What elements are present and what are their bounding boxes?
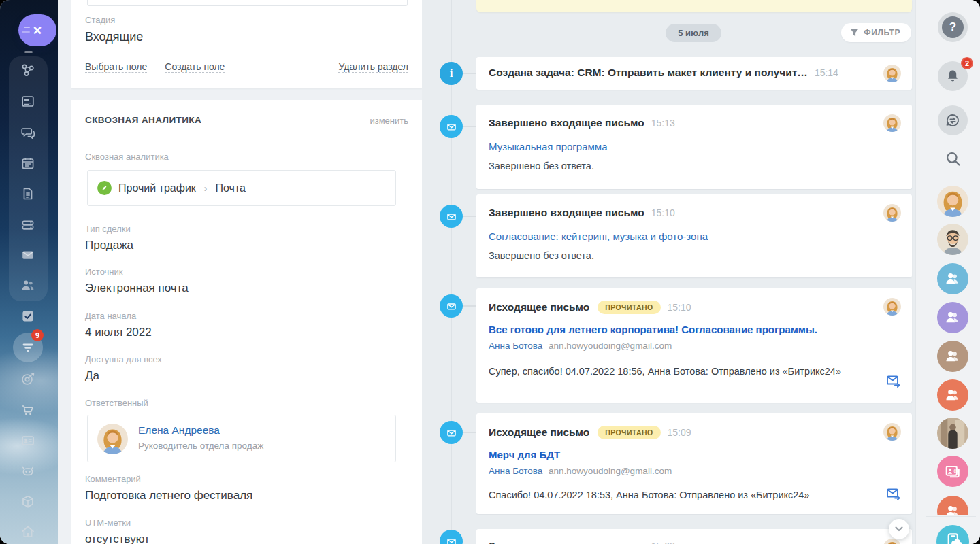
entry-author-avatar bbox=[883, 298, 901, 316]
menu-handle[interactable] bbox=[24, 51, 33, 53]
mail-event-icon bbox=[440, 205, 463, 228]
delete-section-link[interactable]: Удалить раздел bbox=[338, 61, 408, 73]
sidebar-item-documents[interactable] bbox=[20, 186, 36, 202]
sidebar-item-tasks[interactable] bbox=[20, 308, 36, 324]
reply-mail-icon[interactable] bbox=[885, 486, 902, 502]
deal-type-value[interactable]: Продажа bbox=[85, 239, 133, 252]
chat-group-orange[interactable] bbox=[937, 379, 968, 411]
select-field-link[interactable]: Выбрать поле bbox=[85, 61, 147, 73]
sidebar-item-company[interactable] bbox=[20, 524, 36, 540]
chat-icon bbox=[20, 124, 36, 141]
avatar-woman bbox=[883, 65, 901, 82]
mobile-app-button[interactable] bbox=[936, 525, 969, 544]
people-icon bbox=[20, 277, 36, 293]
contact-center-button[interactable] bbox=[937, 456, 968, 487]
mail-subject-link[interactable]: Согласование: кейтеринг, музыка и фото-з… bbox=[489, 231, 900, 242]
help-button[interactable]: ? bbox=[938, 12, 968, 42]
sidebar-item-employees[interactable] bbox=[20, 277, 36, 293]
sidebar-item-feed[interactable] bbox=[20, 62, 36, 78]
responsible-name-link[interactable]: Елена Андреева bbox=[138, 424, 220, 437]
start-date-value[interactable]: 4 июля 2022 bbox=[85, 326, 152, 339]
mail-subject-link[interactable]: Все готово для летнего корпоратива! Согл… bbox=[489, 324, 900, 335]
messenger-icon bbox=[945, 112, 961, 129]
entry-title[interactable]: Создана задача: CRM: Отправить макет кли… bbox=[489, 67, 808, 79]
available-label: Доступна для всех bbox=[85, 354, 162, 364]
edit-section-link[interactable]: изменить bbox=[370, 116, 408, 126]
search-button[interactable] bbox=[944, 150, 962, 168]
timeline-entry-mail-out[interactable]: Исходящее письмо ПРОЧИТАНО 15:10 Все гот… bbox=[476, 288, 912, 403]
sidebar-item-messenger[interactable] bbox=[20, 124, 36, 141]
entry-author-avatar bbox=[883, 423, 901, 441]
deal-details-panel: Стадия Входящие Выбрать поле Создать пол… bbox=[58, 0, 422, 544]
traffic-source-box[interactable]: Прочий трафик › Почта bbox=[87, 170, 396, 206]
mail-note: Завершено без ответа. bbox=[489, 160, 900, 171]
create-field-link[interactable]: Создать поле bbox=[165, 61, 225, 73]
filter-button[interactable]: ФИЛЬТР bbox=[841, 23, 911, 42]
envelope-forward-icon bbox=[885, 486, 902, 502]
search-icon bbox=[944, 150, 962, 168]
available-value[interactable]: Да bbox=[85, 369, 99, 383]
timeline-entry-partial[interactable]: Завершено входящее письмо 15:08 bbox=[476, 529, 912, 544]
funnel-icon bbox=[850, 29, 859, 37]
chat-group-blue[interactable] bbox=[937, 263, 968, 294]
read-status-badge: ПРОЧИТАНО bbox=[598, 426, 660, 439]
entry-title: Исходящее письмо bbox=[489, 426, 589, 439]
utm-value[interactable]: отсутствуют bbox=[85, 532, 150, 544]
traffic-source-icon bbox=[97, 181, 112, 195]
sidebar-item-apps[interactable] bbox=[20, 494, 36, 510]
divider bbox=[926, 141, 976, 141]
drive-icon bbox=[20, 217, 36, 233]
sidebar-item-news[interactable] bbox=[20, 93, 36, 109]
sender-name-link[interactable]: Анна Ботова bbox=[489, 341, 542, 351]
entry-title: Завершено входящее письмо bbox=[489, 540, 644, 544]
user-avatar-1[interactable] bbox=[937, 186, 968, 217]
responsible-card[interactable]: Елена Андреева Руководитель отдела прода… bbox=[87, 415, 396, 462]
messenger-button[interactable] bbox=[938, 105, 968, 135]
timeline-entry-mail-out[interactable]: Исходящее письмо ПРОЧИТАНО 15:09 Мерч дл… bbox=[476, 413, 912, 514]
mail-body-preview[interactable]: Супер, спасибо! 04.07.2022 18:56, Анна Б… bbox=[489, 362, 900, 380]
entry-title: Завершено входящее письмо bbox=[489, 207, 644, 219]
timeline-entry-task[interactable]: Создана задача: CRM: Отправить макет кли… bbox=[476, 57, 912, 90]
timeline-feed: 5 июля ФИЛЬТР i Создана задача: CRM: Отп… bbox=[422, 0, 915, 544]
question-icon: ? bbox=[942, 16, 964, 38]
mail-subject-link[interactable]: Мерч для БДТ bbox=[489, 449, 900, 460]
timeline-entry-mail-in[interactable]: Завершено входящее письмо 15:10 Согласов… bbox=[476, 194, 912, 277]
close-icon: × bbox=[33, 22, 42, 39]
timeline-entry-mail-in[interactable]: Завершено входящее письмо 15:13 Музыкаль… bbox=[476, 105, 912, 189]
reply-mail-icon[interactable] bbox=[885, 373, 902, 389]
field-input-partial[interactable] bbox=[87, 0, 408, 6]
responsible-role: Руководитель отдела продаж bbox=[138, 441, 263, 451]
traffic-source-value: Прочий трафик bbox=[118, 182, 196, 194]
decor-line bbox=[24, 27, 30, 28]
target-icon bbox=[20, 371, 36, 387]
chat-group-clipped[interactable] bbox=[937, 496, 968, 515]
sidebar-item-contact-center[interactable] bbox=[20, 432, 36, 449]
comment-value[interactable]: Подготовка летнего фестиваля bbox=[85, 489, 252, 503]
sidebar-item-mail[interactable] bbox=[20, 247, 36, 263]
mail-body-preview[interactable]: Спасибо! 04.07.2022 18:53, Анна Ботова: … bbox=[489, 486, 900, 504]
close-menu-button[interactable]: × bbox=[18, 14, 56, 46]
divider bbox=[926, 177, 976, 177]
sidebar-item-marketing[interactable] bbox=[20, 371, 36, 387]
sidebar-item-automation[interactable] bbox=[20, 463, 36, 479]
utm-label: UTM-метки bbox=[85, 517, 131, 528]
user-avatar-3[interactable] bbox=[937, 418, 968, 449]
sidebar-item-crm[interactable] bbox=[20, 339, 36, 356]
sidebar-item-drive[interactable] bbox=[20, 217, 36, 233]
sidebar-item-store[interactable] bbox=[20, 402, 36, 418]
read-status-badge: ПРОЧИТАНО bbox=[598, 301, 660, 314]
stage-value[interactable]: Входящие bbox=[85, 30, 143, 44]
pinned-note-partial[interactable] bbox=[476, 0, 912, 12]
scroll-down-button[interactable] bbox=[889, 519, 909, 539]
envelope-icon bbox=[445, 535, 458, 544]
spacer bbox=[242, 61, 321, 73]
user-avatar-2[interactable] bbox=[937, 224, 968, 255]
chat-group-purple[interactable] bbox=[937, 302, 968, 333]
crm-funnel-icon bbox=[20, 339, 36, 356]
chat-group-brown[interactable] bbox=[937, 341, 968, 372]
source-value[interactable]: Электронная почта bbox=[85, 282, 189, 295]
entry-time: 15:09 bbox=[668, 427, 691, 438]
mail-subject-link[interactable]: Музыкальная программа bbox=[489, 141, 900, 152]
sidebar-item-calendar[interactable] bbox=[20, 155, 36, 171]
sender-name-link[interactable]: Анна Ботова bbox=[489, 466, 542, 476]
